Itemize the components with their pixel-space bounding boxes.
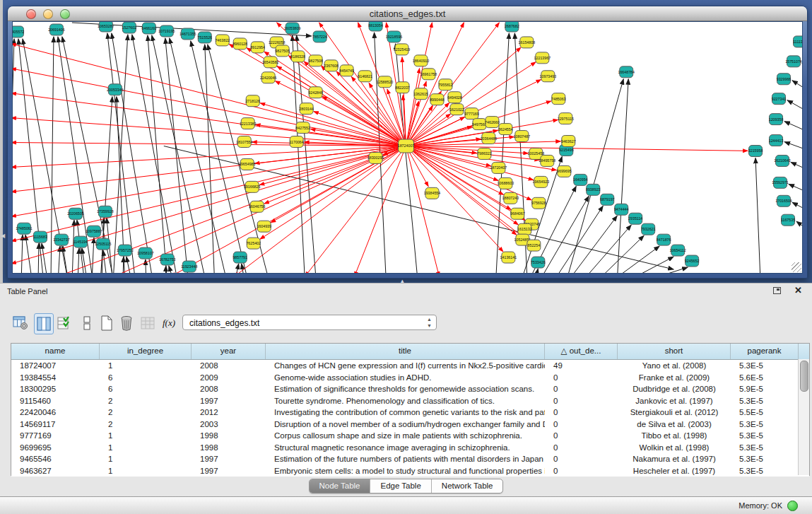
table-cell[interactable]: 0	[545, 419, 618, 431]
table-scrollbar-thumb[interactable]	[800, 361, 808, 392]
table-cell[interactable]: Corpus callosum shape and size in male p…	[266, 430, 545, 442]
table-cell[interactable]: 14569117	[11, 419, 100, 431]
column-header-short[interactable]: short	[618, 344, 731, 359]
table-cell[interactable]: 9777169	[11, 430, 100, 442]
table-cell[interactable]: Tourette syndrome. Phenomenology and cla…	[266, 395, 545, 407]
close-panel-icon[interactable]: ✕	[794, 285, 802, 296]
table-cell[interactable]: 9463627	[11, 465, 100, 477]
column-header-year[interactable]: year	[192, 344, 266, 359]
table-cell[interactable]: 5.6E-5	[731, 372, 799, 384]
table-row[interactable]: 977716911998Corpus callosum shape and si…	[11, 430, 809, 442]
column-header-title[interactable]: title	[266, 344, 545, 359]
table-cell[interactable]: 2012	[192, 407, 266, 419]
table-cell[interactable]: 0	[545, 453, 618, 465]
table-row[interactable]: 1872400712008Changes of HCN gene express…	[11, 360, 809, 372]
table-cell[interactable]: 5.5E-5	[731, 407, 799, 419]
table-cell[interactable]: Stergiakouli et al. (2012)	[618, 407, 731, 419]
delete-column-button[interactable]	[117, 313, 136, 333]
table-cell[interactable]: 1	[100, 430, 192, 442]
table-row[interactable]: 1938455462009Genome-wide association stu…	[11, 372, 809, 384]
table-cell[interactable]: Embryonic stem cells: a model to study s…	[266, 465, 545, 477]
function-builder-button[interactable]: f(x)	[160, 313, 178, 333]
table-cell[interactable]: 18724007	[11, 360, 100, 372]
table-row[interactable]: 2242004622012Investigating the contribut…	[11, 407, 809, 419]
row-options-button[interactable]	[78, 313, 96, 333]
table-mode-button[interactable]	[11, 313, 30, 333]
table-row[interactable]: 946362711997Embryonic stem cells: a mode…	[11, 465, 809, 477]
table-row[interactable]: 969969511998Structural magnetic resonanc…	[11, 442, 809, 454]
table-cell[interactable]: 2008	[192, 383, 266, 395]
table-cell[interactable]: 0	[545, 430, 618, 442]
table-cell[interactable]: Structural magnetic resonance image aver…	[266, 442, 545, 454]
tab-edge-table[interactable]: Edge Table	[370, 479, 431, 493]
table-cell[interactable]: Investigating the contribution of common…	[266, 407, 545, 419]
panel-collapse-arrow-icon[interactable]: ◀	[1, 233, 5, 239]
table-cell[interactable]: 2	[100, 395, 192, 407]
table-row[interactable]: 946554611997Estimation of the future num…	[11, 453, 809, 465]
table-cell[interactable]: 1998	[192, 442, 266, 454]
table-cell[interactable]: 0	[545, 372, 618, 384]
table-cell[interactable]: 1	[100, 442, 192, 454]
table-cell[interactable]: 2	[100, 419, 192, 431]
table-cell[interactable]: 5.3E-5	[731, 465, 799, 477]
table-cell[interactable]: 1	[100, 360, 192, 372]
table-cell[interactable]: Dudbridge et al. (2008)	[618, 383, 731, 395]
table-cell[interactable]: 18300295	[11, 383, 100, 395]
table-cell[interactable]: 5.3E-5	[731, 430, 799, 442]
tab-node-table[interactable]: Node Table	[310, 479, 371, 493]
table-cell[interactable]: 0	[545, 395, 618, 407]
table-cell[interactable]: 2008	[192, 360, 266, 372]
table-cell[interactable]: 5.3E-5	[731, 360, 799, 372]
table-cell[interactable]: 9699695	[11, 442, 100, 454]
table-cell[interactable]: 2	[100, 407, 192, 419]
float-panel-icon[interactable]	[773, 287, 781, 294]
table-cell[interactable]: Tibbo et al. (1998)	[618, 430, 731, 442]
column-header-pagerank[interactable]: pagerank	[731, 344, 799, 359]
memory-ok-indicator[interactable]	[787, 501, 798, 511]
network-canvas[interactable]: 9405572206914061065328715276026466160107…	[12, 21, 803, 274]
table-cell[interactable]: 5.9E-5	[731, 383, 799, 395]
column-header-in_degree[interactable]: in_degree	[100, 344, 192, 359]
table-cell[interactable]: 1998	[192, 430, 266, 442]
table-cell[interactable]: Estimation of significance thresholds fo…	[266, 383, 545, 395]
table-cell[interactable]: 0	[545, 383, 618, 395]
table-cell[interactable]: 2003	[192, 419, 266, 431]
table-cell[interactable]: Wolkin et al. (1998)	[618, 442, 731, 454]
table-cell[interactable]: 1997	[192, 395, 266, 407]
table-cell[interactable]: 5.3E-5	[731, 453, 799, 465]
table-cell[interactable]: 6	[100, 383, 192, 395]
table-cell[interactable]: Disruption of a novel member of a sodium…	[266, 419, 545, 431]
table-cell[interactable]: 1	[100, 453, 192, 465]
column-header-out_de[interactable]: △ out_de...	[545, 344, 618, 359]
network-window-titlebar[interactable]: citations_edges.txt	[8, 6, 807, 21]
table-cell[interactable]: 0	[545, 407, 618, 419]
window-resize-grip[interactable]	[792, 262, 801, 272]
table-row[interactable]: 1456911722003Disruption of a novel membe…	[11, 419, 809, 431]
table-cell[interactable]: Estimation of the future numbers of pati…	[266, 453, 545, 465]
table-cell[interactable]: 0	[545, 465, 618, 477]
table-scrollbar[interactable]	[798, 359, 809, 475]
table-cell[interactable]: 2009	[192, 372, 266, 384]
table-cell[interactable]: 6	[100, 372, 192, 384]
create-column-button[interactable]	[98, 313, 116, 333]
table-cell[interactable]: 9465546	[11, 453, 100, 465]
table-cell[interactable]: 22420046	[11, 407, 100, 419]
table-cell[interactable]: 9115460	[11, 395, 100, 407]
table-cell[interactable]: 1	[100, 465, 192, 477]
show-column-button[interactable]	[34, 313, 54, 334]
table-cell[interactable]: Changes of HCN gene expression and I(f) …	[266, 360, 545, 372]
table-cell[interactable]: Nakamura et al. (1997)	[618, 453, 731, 465]
table-cell[interactable]: 1997	[192, 453, 266, 465]
column-header-name[interactable]: name	[11, 344, 100, 359]
table-cell[interactable]: Jankovic et al. (1997)	[618, 395, 731, 407]
table-cell[interactable]: Franke et al. (2009)	[618, 372, 731, 384]
table-select-dropdown[interactable]: citations_edges.txt ▲▼	[182, 315, 437, 330]
table-cell[interactable]: 5.3E-5	[731, 442, 799, 454]
table-cell[interactable]: 5.3E-5	[731, 419, 799, 431]
table-cell[interactable]: 1997	[192, 465, 266, 477]
table-cell[interactable]: 0	[545, 442, 618, 454]
table-cell[interactable]: Hescheler et al. (1997)	[618, 465, 731, 477]
table-cell[interactable]: de Silva et al. (2003)	[618, 419, 731, 431]
table-cell[interactable]: Genome-wide association studies in ADHD.	[266, 372, 545, 384]
table-cell[interactable]: 19384554	[11, 372, 100, 384]
